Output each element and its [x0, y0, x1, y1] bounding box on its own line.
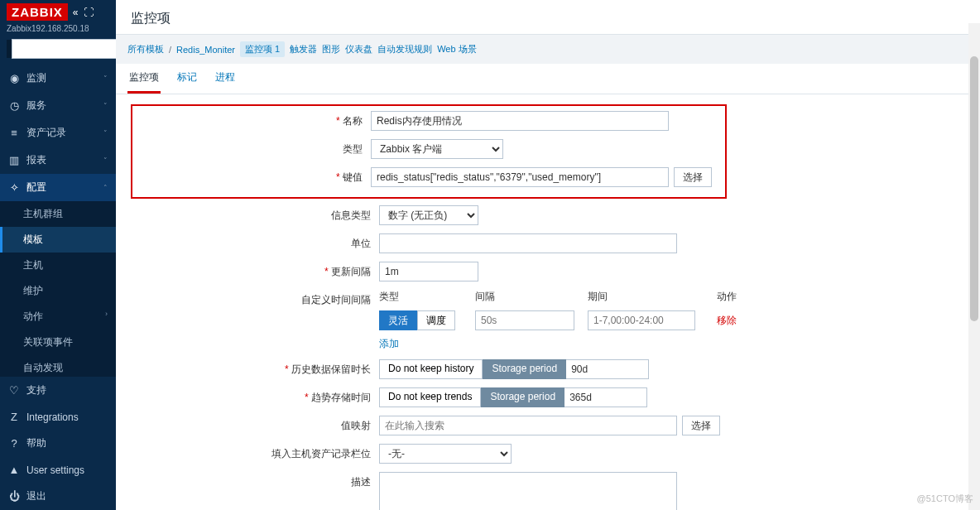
nav-sub-item[interactable]: 模板 — [0, 227, 116, 253]
crumb-web[interactable]: Web 场景 — [437, 43, 476, 55]
expand-icon[interactable]: ⛶ — [84, 7, 94, 18]
nav-item[interactable]: ≡资产记录˅ — [0, 119, 116, 147]
crumb-all-templates[interactable]: 所有模板 — [127, 43, 164, 55]
nav-icon: ♡ — [8, 384, 20, 397]
search-box[interactable]: 🔍 — [7, 40, 109, 58]
crumb-discovery[interactable]: 自动发现规则 — [377, 43, 432, 55]
nav-label: 配置 — [26, 180, 46, 195]
host-address: Zabbix192.168.250.18 — [0, 24, 116, 36]
nav-label: 监测 — [26, 71, 46, 85]
interval-input[interactable] — [379, 262, 478, 281]
nav-item[interactable]: ◉监测˅ — [0, 65, 116, 92]
nav-label: 服务 — [26, 99, 46, 113]
nav: ◉监测˅◷服务˅≡资产记录˅▥报表˅✧配置˄主机群组模板主机维护动作›关联项事件… — [0, 65, 116, 377]
chevron-icon: ˅ — [103, 75, 108, 83]
info-type-label: 信息类型 — [131, 205, 379, 223]
nav-icon: ✧ — [8, 181, 20, 194]
nav-icon: ▥ — [8, 154, 20, 166]
ci-interval-input[interactable] — [475, 310, 574, 330]
bottom-nav-item[interactable]: ▲User settings — [0, 457, 116, 483]
tab-process[interactable]: 进程 — [214, 70, 237, 94]
type-label: 类型 — [139, 139, 371, 156]
bottom-nav-item[interactable]: ⏻退出 — [0, 483, 116, 510]
crumb-template[interactable]: Redis_Moniter — [176, 45, 235, 55]
nav-icon: ≡ — [8, 127, 20, 139]
tab-item[interactable]: 监控项 — [127, 70, 161, 94]
chevron-icon: ˅ — [103, 102, 108, 110]
desc-label: 描述 — [131, 472, 379, 489]
interval-label: 更新间隔 — [131, 262, 379, 279]
crumb-triggers[interactable]: 触发器 — [290, 43, 317, 55]
nav-sub-item[interactable]: 主机 — [0, 253, 116, 278]
ci-type-header: 类型 — [379, 290, 470, 306]
custom-interval-label: 自定义时间间隔 — [131, 290, 379, 307]
nav-sub-item[interactable]: 关联项事件 — [0, 330, 116, 355]
nav-label: 资产记录 — [26, 126, 66, 140]
nav-sub-item[interactable]: 动作› — [0, 304, 116, 330]
nav-item[interactable]: ✧配置˄ — [0, 174, 116, 201]
header-icons: « ⛶ — [73, 7, 94, 18]
bottom-nav-item[interactable]: ?帮助 — [0, 430, 116, 457]
ci-add-link[interactable]: 添加 — [379, 338, 399, 349]
bottom-nav-item[interactable]: ♡支持 — [0, 377, 116, 404]
name-label: 名称 — [139, 111, 371, 128]
nav-label: 支持 — [26, 383, 46, 397]
ci-remove-link[interactable]: 移除 — [717, 314, 766, 328]
key-select-button[interactable]: 选择 — [674, 167, 712, 187]
ci-flexible-button[interactable]: 灵活 — [379, 310, 417, 330]
ci-period-input[interactable] — [588, 310, 695, 330]
name-input[interactable] — [371, 111, 669, 131]
tab-tag[interactable]: 标记 — [175, 70, 199, 94]
ci-schedule-button[interactable]: 调度 — [417, 310, 455, 330]
main: 监控项 所有模板 / Redis_Moniter 监控项 1 触发器 图形 仪表… — [116, 0, 980, 510]
unit-input[interactable] — [379, 233, 677, 253]
nav-sub-item[interactable]: 自动发现 — [0, 355, 116, 377]
nav-label: User settings — [26, 464, 84, 476]
watermark: @51CTO博客 — [917, 493, 973, 505]
valuemap-input[interactable] — [379, 416, 677, 435]
bottom-nav: ♡支持ZIntegrations?帮助▲User settings⏻退出 — [0, 377, 116, 510]
nav-sub-item[interactable]: 主机群组 — [0, 201, 116, 227]
scrollbar-track[interactable] — [968, 23, 980, 510]
trends-storage-button[interactable]: Storage period — [481, 387, 564, 407]
crumb-items[interactable]: 监控项 1 — [240, 41, 285, 57]
history-storage-button[interactable]: Storage period — [483, 359, 566, 379]
nav-label: Integrations — [26, 411, 79, 423]
trends-dnk-button[interactable]: Do not keep trends — [379, 387, 481, 407]
chevron-right-icon: › — [105, 310, 108, 318]
nav-label: 报表 — [26, 153, 46, 167]
valuemap-label: 值映射 — [131, 416, 379, 433]
inventory-label: 填入主机资产记录栏位 — [131, 444, 379, 461]
desc-textarea[interactable] — [379, 472, 677, 510]
crumb-dashboards[interactable]: 仪表盘 — [345, 43, 372, 55]
nav-icon: ◷ — [8, 99, 20, 112]
nav-sub-item[interactable]: 维护 — [0, 278, 116, 304]
trends-value-input[interactable] — [564, 387, 647, 407]
valuemap-select-button[interactable]: 选择 — [682, 416, 720, 435]
page-title: 监控项 — [116, 0, 980, 35]
crumb-graphs[interactable]: 图形 — [322, 43, 340, 55]
info-type-select[interactable]: 数字 (无正负) — [379, 205, 478, 225]
tabs: 监控项 标记 进程 — [116, 64, 980, 94]
type-select[interactable]: Zabbix 客户端 — [371, 139, 503, 159]
nav-icon: Z — [8, 411, 20, 423]
brand-logo[interactable]: ZABBIX — [7, 3, 68, 21]
crumb-sep: / — [169, 45, 171, 55]
unit-label: 单位 — [131, 233, 379, 251]
highlight-box: 名称 类型 Zabbix 客户端 键值 选择 — [131, 104, 727, 199]
key-input[interactable] — [371, 167, 669, 187]
scrollbar-thumb[interactable] — [970, 56, 978, 321]
history-dnk-button[interactable]: Do not keep history — [379, 359, 483, 379]
nav-icon: ▲ — [8, 464, 20, 476]
inventory-select[interactable]: -无- — [379, 444, 512, 464]
nav-item[interactable]: ◷服务˅ — [0, 92, 116, 119]
collapse-icon[interactable]: « — [73, 7, 79, 18]
form: 名称 类型 Zabbix 客户端 键值 选择 信息类型 数字 (无正负) — [116, 94, 980, 510]
nav-icon: ? — [8, 437, 20, 450]
bottom-nav-item[interactable]: ZIntegrations — [0, 404, 116, 430]
breadcrumb: 所有模板 / Redis_Moniter 监控项 1 触发器 图形 仪表盘 自动… — [116, 35, 980, 64]
nav-label: 退出 — [26, 489, 46, 503]
ci-action-header: 动作 — [717, 290, 766, 306]
history-value-input[interactable] — [566, 359, 649, 379]
nav-item[interactable]: ▥报表˅ — [0, 147, 116, 174]
